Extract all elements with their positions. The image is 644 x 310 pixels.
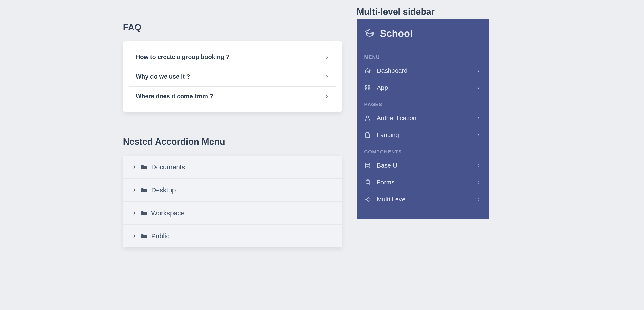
- accordion-title: Nested Accordion Menu: [123, 137, 342, 147]
- sidebar-group-pages: PAGES: [357, 96, 488, 110]
- sidebar-item-dashboard[interactable]: Dashboard: [357, 62, 488, 79]
- grid-icon: [364, 84, 371, 91]
- sidebar-section-title: Multi-level sidebar: [357, 7, 488, 17]
- sidebar-item-forms[interactable]: Forms: [357, 174, 488, 191]
- accordion-item-desktop[interactable]: Desktop: [123, 179, 342, 202]
- sidebar-item-label: Landing: [377, 132, 399, 139]
- chevron-right-icon: [325, 55, 330, 59]
- sidebar-group-menu: MENU: [357, 49, 488, 62]
- graduation-cap-icon: [364, 28, 375, 39]
- accordion-item-label: Desktop: [151, 186, 176, 194]
- chevron-right-icon: [325, 75, 330, 79]
- sidebar-item-app[interactable]: App: [357, 79, 488, 96]
- brand-name: School: [380, 28, 413, 39]
- sidebar-item-multi-level[interactable]: Multi Level: [357, 191, 488, 208]
- faq-question-text: Why do we use it ?: [136, 73, 190, 80]
- accordion-item-label: Workspace: [151, 209, 185, 217]
- chevron-right-icon: [476, 133, 481, 138]
- user-icon: [364, 115, 371, 121]
- accordion-item-label: Documents: [151, 163, 185, 171]
- chevron-right-icon: [325, 94, 330, 99]
- chevron-right-icon: [132, 188, 137, 193]
- share-icon: [364, 196, 371, 203]
- sidebar-item-label: Dashboard: [377, 67, 408, 74]
- chevron-right-icon: [132, 234, 137, 239]
- accordion-item-public[interactable]: Public: [123, 225, 342, 248]
- chevron-right-icon: [132, 211, 137, 216]
- chevron-right-icon: [132, 165, 137, 170]
- multilevel-sidebar: School MENU Dashboard App PAGES: [357, 19, 488, 219]
- accordion-card: Documents Desktop Workspace Public: [123, 156, 342, 248]
- sidebar-item-label: Base UI: [377, 162, 399, 169]
- chevron-right-icon: [476, 180, 481, 185]
- chevron-right-icon: [476, 163, 481, 168]
- accordion-item-label: Public: [151, 232, 170, 240]
- chevron-right-icon: [476, 68, 481, 73]
- accordion-item-workspace[interactable]: Workspace: [123, 202, 342, 225]
- chevron-right-icon: [476, 116, 481, 121]
- home-icon: [364, 67, 371, 74]
- sidebar-item-authentication[interactable]: Authentication: [357, 110, 488, 127]
- sidebar-brand[interactable]: School: [357, 28, 488, 49]
- faq-question-text: How to create a group booking ?: [136, 54, 230, 60]
- folder-icon: [140, 210, 148, 217]
- database-icon: [364, 162, 371, 169]
- faq-title: FAQ: [123, 22, 342, 32]
- sidebar-item-landing[interactable]: Landing: [357, 127, 488, 144]
- folder-icon: [140, 187, 148, 194]
- folder-icon: [140, 163, 148, 171]
- sidebar-group-components: COMPONENTS: [357, 144, 488, 157]
- sidebar-item-base-ui[interactable]: Base UI: [357, 157, 488, 174]
- file-icon: [364, 132, 371, 138]
- faq-item-where-from[interactable]: Where does it come from ?: [129, 87, 336, 106]
- sidebar-item-label: Multi Level: [377, 196, 407, 203]
- faq-card: How to create a group booking ? Why do w…: [123, 41, 342, 112]
- faq-question-text: Where does it come from ?: [136, 93, 213, 100]
- sidebar-item-label: App: [377, 84, 388, 91]
- faq-item-why-use[interactable]: Why do we use it ?: [129, 67, 336, 87]
- chevron-right-icon: [476, 85, 481, 90]
- faq-item-group-booking[interactable]: How to create a group booking ?: [129, 47, 336, 67]
- folder-icon: [140, 233, 148, 240]
- chevron-right-icon: [476, 197, 481, 202]
- clipboard-icon: [364, 179, 371, 186]
- accordion-item-documents[interactable]: Documents: [123, 156, 342, 179]
- sidebar-item-label: Forms: [377, 179, 394, 186]
- sidebar-item-label: Authentication: [377, 115, 416, 122]
